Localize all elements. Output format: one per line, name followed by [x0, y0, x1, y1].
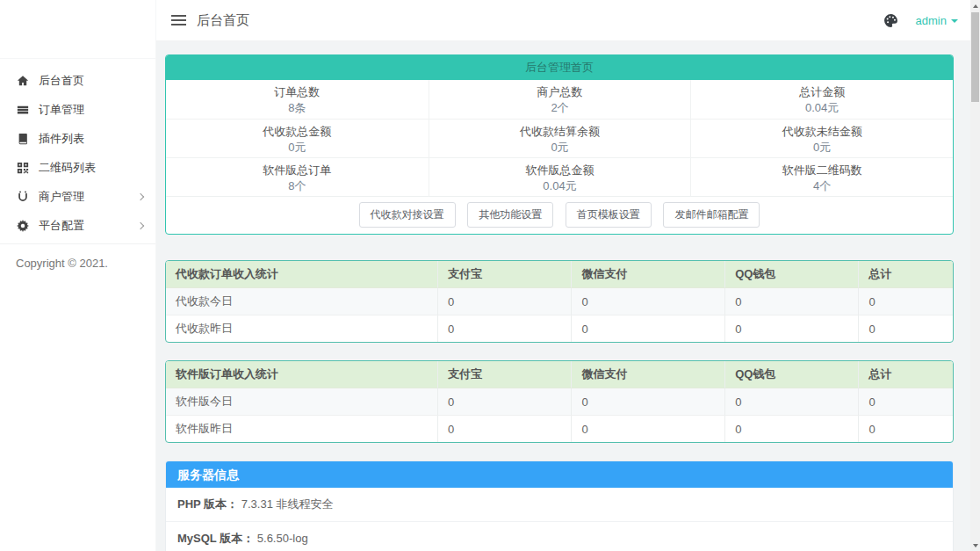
- stat-value: 0元: [429, 140, 691, 155]
- hamburger-menu-icon[interactable]: [171, 12, 186, 28]
- stat-cell: 代收款结算余额 0元: [429, 119, 691, 157]
- sidebar-menu: 后台首页 订单管理 插件列表 二维码列表 商户管理: [0, 59, 155, 270]
- table-header-row: 代收款订单收入统计 支付宝 微信支付 QQ钱包 总计: [166, 261, 953, 288]
- user-dropdown[interactable]: admin: [916, 14, 958, 27]
- scrollbar-thumb[interactable]: [971, 12, 979, 102]
- palette-icon[interactable]: [883, 13, 898, 28]
- topbar: 后台首页 admin: [156, 0, 970, 41]
- collection-api-settings-button[interactable]: 代收款对接设置: [359, 202, 456, 228]
- table-row: 软件版昨日 0 0 0 0: [166, 415, 953, 442]
- sidebar-item-label: 订单管理: [39, 102, 84, 118]
- stat-value: 0.04元: [429, 178, 691, 193]
- server-info-title: 服务器信息: [166, 461, 953, 488]
- software-income-table: 软件版订单收入统计 支付宝 微信支付 QQ钱包 总计 软件版今日 0 0 0 0…: [165, 360, 954, 443]
- stat-value: 0.04元: [691, 100, 953, 115]
- overview-panel-title: 后台管理首页: [166, 55, 953, 80]
- merchant-icon: [16, 190, 29, 203]
- stat-cell: 总计金额 0.04元: [690, 80, 953, 119]
- server-info-label: PHP 版本：: [177, 497, 238, 511]
- stat-cell: 订单总数 8条: [166, 80, 429, 119]
- cell-value: 0: [858, 288, 953, 315]
- scroll-down-arrow[interactable]: [970, 540, 980, 551]
- sidebar-item-label: 商户管理: [39, 189, 84, 205]
- table-title: 软件版订单收入统计: [166, 361, 437, 388]
- sidebar-item-qrcodes[interactable]: 二维码列表: [0, 153, 155, 182]
- column-header: 总计: [858, 261, 953, 288]
- username: admin: [916, 14, 947, 27]
- orders-icon: [16, 103, 29, 116]
- other-functions-settings-button[interactable]: 其他功能设置: [467, 202, 553, 228]
- cell-value: 0: [858, 315, 953, 342]
- sidebar-item-orders[interactable]: 订单管理: [0, 95, 155, 124]
- stat-label: 软件版总金额: [429, 162, 691, 178]
- overview-actions: 代收款对接设置 其他功能设置 首页模板设置 发邮件邮箱配置: [166, 196, 953, 234]
- row-label: 代收款昨日: [166, 315, 437, 342]
- sidebar-item-platform-config[interactable]: 平台配置: [0, 211, 155, 240]
- home-icon: [16, 74, 29, 87]
- stat-cell: 软件版二维码数 4个: [690, 157, 953, 196]
- table-header-row: 软件版订单收入统计 支付宝 微信支付 QQ钱包 总计: [166, 361, 953, 388]
- cell-value: 0: [858, 415, 953, 442]
- stat-label: 代收款未结金额: [691, 123, 953, 140]
- stats-grid: 订单总数 8条 商户总数 2个 总计金额 0.04元 代收款总金额 0元 代收款…: [166, 80, 953, 196]
- column-header: 微信支付: [571, 361, 724, 388]
- row-label: 代收款今日: [166, 288, 437, 315]
- column-header: QQ钱包: [724, 261, 858, 288]
- sidebar-item-label: 二维码列表: [39, 160, 96, 176]
- cell-value: 0: [571, 288, 724, 315]
- copyright-text: Copyright © 2021.: [0, 244, 155, 270]
- cell-value: 0: [858, 388, 953, 415]
- sidebar-item-home[interactable]: 后台首页: [0, 66, 155, 95]
- email-config-button[interactable]: 发邮件邮箱配置: [663, 202, 760, 228]
- sidebar-item-plugins[interactable]: 插件列表: [0, 124, 155, 153]
- cell-value: 0: [724, 315, 858, 342]
- scroll-up-arrow[interactable]: [970, 0, 980, 11]
- server-info-label: MySQL 版本：: [177, 532, 254, 545]
- chevron-right-icon: [137, 221, 144, 228]
- cell-value: 0: [724, 288, 858, 315]
- overview-panel: 后台管理首页 订单总数 8条 商户总数 2个 总计金额 0.04元 代收款总金额…: [165, 54, 954, 235]
- vertical-scrollbar[interactable]: [970, 0, 980, 551]
- sidebar-header: [0, 0, 155, 59]
- cell-value: 0: [571, 315, 724, 342]
- sidebar-item-label: 插件列表: [39, 131, 84, 147]
- caret-down-icon: [951, 19, 958, 23]
- cell-value: 0: [437, 288, 571, 315]
- qrcode-icon: [16, 161, 29, 174]
- stat-label: 订单总数: [166, 83, 429, 100]
- chevron-right-icon: [137, 192, 144, 199]
- cell-value: 0: [724, 388, 858, 415]
- cell-value: 0: [437, 415, 571, 442]
- stat-label: 软件版总订单: [166, 162, 429, 178]
- cell-value: 0: [571, 388, 724, 415]
- cell-value: 0: [437, 315, 571, 342]
- settings-icon: [16, 219, 29, 232]
- stat-cell: 代收款未结金额 0元: [690, 119, 953, 157]
- column-header: 微信支付: [571, 261, 724, 288]
- cell-value: 0: [571, 415, 724, 442]
- table-row: 软件版今日 0 0 0 0: [166, 388, 953, 415]
- stat-label: 总计金额: [691, 83, 953, 100]
- column-header: 总计: [858, 361, 953, 388]
- cell-value: 0: [724, 415, 858, 442]
- column-header: 支付宝: [437, 261, 571, 288]
- table-row: 代收款今日 0 0 0 0: [166, 288, 953, 315]
- sidebar-item-label: 平台配置: [39, 218, 84, 234]
- stat-cell: 软件版总金额 0.04元: [429, 157, 691, 196]
- stat-value: 2个: [429, 100, 691, 115]
- table-title: 代收款订单收入统计: [166, 261, 437, 288]
- stat-value: 4个: [691, 178, 953, 193]
- sidebar-item-label: 后台首页: [39, 73, 84, 89]
- cell-value: 0: [437, 388, 571, 415]
- table-row: 代收款昨日 0 0 0 0: [166, 315, 953, 342]
- stat-label: 商户总数: [429, 83, 691, 100]
- row-label: 软件版今日: [166, 388, 437, 415]
- row-label: 软件版昨日: [166, 415, 437, 442]
- server-info-panel: 服务器信息 PHP 版本： 7.3.31 非线程安全 MySQL 版本： 5.6…: [165, 460, 954, 551]
- stat-value: 0元: [691, 140, 953, 155]
- sidebar-item-merchants[interactable]: 商户管理: [0, 182, 155, 211]
- stat-value: 8条: [166, 100, 429, 115]
- homepage-template-settings-button[interactable]: 首页模板设置: [566, 202, 652, 228]
- page-title: 后台首页: [197, 12, 249, 29]
- stat-value: 8个: [166, 178, 429, 193]
